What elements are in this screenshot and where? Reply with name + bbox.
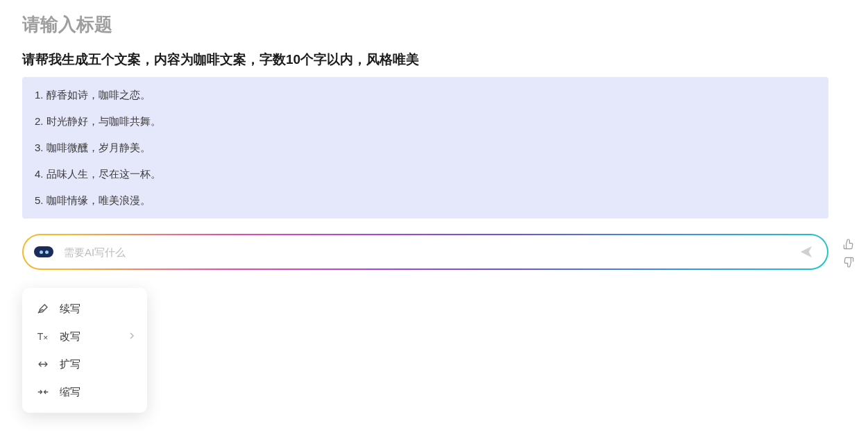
thumbs-down-icon: [843, 257, 854, 268]
bot-avatar-icon: [31, 239, 57, 265]
chevron-right-icon: [129, 332, 135, 342]
chat-input[interactable]: [64, 246, 797, 258]
send-icon: [799, 244, 814, 259]
thumbs-up-icon: [843, 239, 854, 250]
user-prompt-heading: 请帮我生成五个文案，内容为咖啡文案，字数10个字以内，风格唯美: [22, 51, 846, 69]
response-line: 2. 时光静好，与咖啡共舞。: [35, 113, 816, 130]
dropdown-item-expand[interactable]: 扩写: [25, 350, 144, 378]
response-line: 4. 品味人生，尽在这一杯。: [35, 166, 816, 182]
tx-icon: T✕: [36, 330, 50, 343]
chat-input-row: 续写 T✕ 改写 扩写 缩写: [22, 234, 828, 270]
dropdown-item-label: 续写: [60, 302, 80, 316]
thumbs-down-button[interactable]: [842, 256, 855, 268]
thumbs-up-button[interactable]: [842, 238, 855, 250]
pen-icon: [36, 302, 50, 316]
ai-response-box: 1. 醇香如诗，咖啡之恋。 2. 时光静好，与咖啡共舞。 3. 咖啡微醺，岁月静…: [22, 77, 828, 219]
chat-input-inner: [24, 235, 827, 268]
feedback-buttons: [842, 238, 855, 268]
dropdown-item-continue[interactable]: 续写: [25, 295, 144, 323]
collapse-icon: [36, 385, 50, 399]
response-line: 1. 醇香如诗，咖啡之恋。: [35, 87, 816, 103]
dropdown-item-shorten[interactable]: 缩写: [25, 378, 144, 406]
response-line: 3. 咖啡微醺，岁月静美。: [35, 139, 816, 156]
dropdown-item-rewrite[interactable]: T✕ 改写: [25, 323, 144, 350]
response-line: 5. 咖啡情缘，唯美浪漫。: [35, 192, 816, 209]
expand-icon: [36, 357, 50, 371]
title-input[interactable]: [22, 14, 846, 35]
chat-input-gradient-border: [22, 234, 828, 270]
dropdown-item-label: 扩写: [60, 358, 80, 371]
dropdown-item-label: 改写: [60, 330, 80, 343]
action-dropdown: 续写 T✕ 改写 扩写 缩写: [22, 288, 147, 413]
send-button[interactable]: [797, 242, 816, 262]
dropdown-item-label: 缩写: [60, 386, 80, 399]
